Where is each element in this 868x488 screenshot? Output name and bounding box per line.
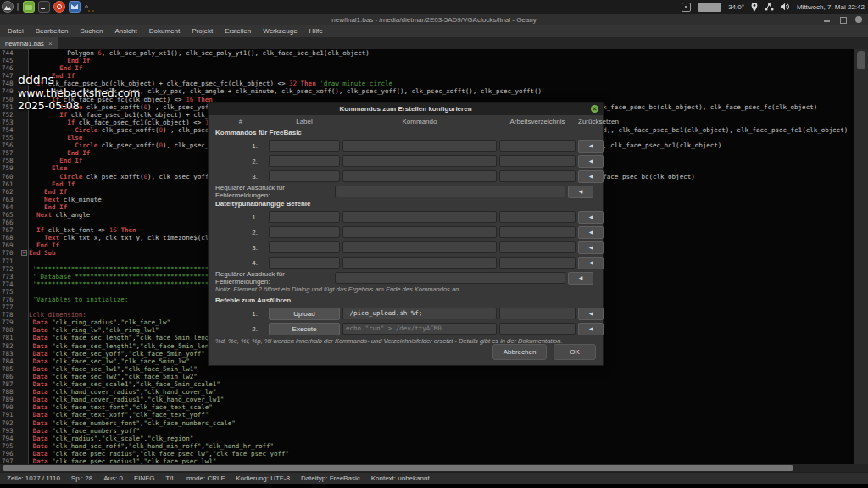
reset-button[interactable]: ◀ — [578, 155, 604, 168]
dialog-close-icon[interactable]: ✕ — [591, 105, 598, 113]
command-input[interactable] — [342, 140, 497, 152]
menu-ansicht[interactable]: Ansicht — [109, 25, 143, 37]
working-dir-input[interactable] — [499, 155, 576, 167]
working-dir-input[interactable] — [499, 140, 576, 152]
status-item: Dateityp: FreeBasic — [301, 474, 360, 482]
fold-margin — [18, 234, 29, 241]
reset-button[interactable]: ◀ — [578, 323, 604, 336]
fold-margin — [18, 49, 29, 57]
vertical-scrollbar[interactable] — [854, 49, 868, 464]
vertical-scrollbar-thumb[interactable] — [857, 51, 865, 69]
reset-button[interactable]: ◀ — [578, 257, 604, 269]
working-dir-input[interactable] — [499, 170, 576, 182]
menu-suchen[interactable]: Suchen — [74, 25, 108, 37]
volume-icon[interactable] — [781, 3, 790, 11]
fold-margin — [18, 111, 29, 119]
fold-margin — [18, 119, 29, 126]
dialog-titlebar[interactable]: Kommandos zum Erstellen konfigurieren ✕ — [209, 103, 603, 115]
line-number: 774 — [0, 280, 18, 288]
code-line: 796 Data "clk_face_psec_radius","clk_fac… — [0, 450, 854, 458]
applet-box[interactable] — [698, 3, 721, 12]
code-text: Data "clk_face_sec_lw1","clk_face_5min_l… — [29, 365, 198, 373]
reset-button[interactable]: ◀ — [578, 140, 604, 152]
command-input[interactable]: echo "run" > /dev/ttyACM0 — [342, 323, 497, 335]
menu-datei[interactable]: Datei — [2, 25, 30, 37]
menu-werkzeuge[interactable]: Werkzeuge — [257, 25, 303, 37]
location-pin-icon[interactable] — [751, 3, 758, 12]
working-dir-input[interactable] — [499, 323, 576, 335]
label-input[interactable] — [269, 257, 340, 269]
terminal-icon[interactable] — [38, 1, 50, 13]
temperature-applet[interactable]: 34.0° — [728, 3, 744, 11]
working-dir-input[interactable] — [499, 226, 576, 238]
minimize-icon[interactable] — [823, 16, 831, 24]
reset-button[interactable]: ◀ — [578, 241, 604, 254]
working-dir-input[interactable] — [499, 308, 576, 319]
regex-input[interactable] — [335, 272, 565, 284]
maximize-icon[interactable] — [839, 16, 847, 24]
label-button[interactable]: Upload — [269, 308, 340, 320]
row-number: 3. — [215, 173, 266, 180]
close-icon[interactable] — [855, 16, 863, 24]
panel-launchers — [0, 1, 88, 13]
mail-icon[interactable] — [69, 1, 81, 13]
line-number: 744 — [0, 49, 18, 57]
reset-button[interactable]: ◀ — [578, 211, 604, 224]
reset-button[interactable]: ◀ — [578, 308, 604, 320]
tab-newfinal1[interactable]: newfinal1.bas × — [0, 37, 58, 49]
working-dir-input[interactable] — [499, 241, 576, 253]
fold-margin — [18, 380, 29, 388]
command-input[interactable] — [342, 226, 497, 238]
fold-margin — [18, 358, 29, 365]
code-line: 790 Data "clk_face_text_font","clk_face_… — [0, 403, 854, 411]
fold-margin — [18, 280, 29, 288]
row-number: 2. — [215, 229, 266, 236]
command-row: 3.◀ — [215, 169, 596, 184]
files-icon[interactable] — [23, 1, 35, 13]
menu-dokument[interactable]: Dokument — [143, 25, 186, 37]
command-input[interactable] — [342, 257, 497, 269]
command-input[interactable] — [342, 170, 497, 182]
label-input[interactable] — [269, 140, 340, 152]
active-app-highlight[interactable] — [85, 5, 88, 8]
command-input[interactable] — [342, 155, 497, 167]
command-row: 1.◀ — [215, 138, 596, 153]
network-icon[interactable] — [765, 3, 774, 11]
fold-marker-icon[interactable]: − — [21, 250, 27, 256]
horizontal-scrollbar-thumb[interactable] — [3, 465, 793, 471]
recorder-icon[interactable] — [53, 1, 65, 13]
clock[interactable]: Mittwoch, 7. Mai 22:42 — [797, 3, 865, 11]
cancel-button[interactable]: Abbrechen — [492, 344, 547, 360]
line-number: 763 — [0, 196, 18, 203]
label-input[interactable] — [269, 211, 340, 223]
menu-projekt[interactable]: Projekt — [186, 25, 219, 37]
menu-hilfe[interactable]: Hilfe — [303, 25, 329, 37]
reset-button[interactable]: ◀ — [568, 272, 593, 285]
menu-bearbeiten[interactable]: Bearbeiten — [30, 25, 75, 37]
tab-close-icon[interactable]: × — [48, 40, 53, 47]
fold-margin — [18, 334, 29, 341]
code-line: 745 End If — [0, 57, 854, 64]
regex-label: Regulärer Ausdruck für Fehlermeldungen: — [215, 184, 332, 199]
tray-window-icon[interactable] — [682, 3, 691, 12]
reset-button[interactable]: ◀ — [578, 226, 604, 239]
menu-icon[interactable] — [2, 1, 14, 13]
working-dir-input[interactable] — [499, 211, 576, 223]
label-input[interactable] — [269, 226, 340, 238]
label-input[interactable] — [269, 155, 340, 167]
menu-erstellen[interactable]: Erstellen — [219, 25, 257, 37]
command-input[interactable] — [342, 211, 497, 223]
screen-watermark: dddns www.thebackshed.com 2025-05-08 — [18, 74, 140, 112]
working-dir-input[interactable] — [499, 257, 576, 269]
ok-button[interactable]: OK — [554, 344, 596, 360]
reset-button[interactable]: ◀ — [578, 170, 604, 183]
window-titlebar[interactable]: newfinal1.bas - /media/dietmar/2E03-5AD9… — [0, 14, 868, 25]
horizontal-scrollbar[interactable] — [0, 464, 868, 472]
label-input[interactable] — [269, 170, 340, 182]
command-input[interactable] — [342, 241, 497, 253]
reset-button[interactable]: ◀ — [568, 186, 593, 198]
label-button[interactable]: Execute — [269, 323, 340, 336]
label-input[interactable] — [269, 241, 340, 253]
regex-input[interactable] — [335, 186, 565, 197]
command-input[interactable]: ~/pico_upload.sh %f; — [342, 308, 497, 319]
